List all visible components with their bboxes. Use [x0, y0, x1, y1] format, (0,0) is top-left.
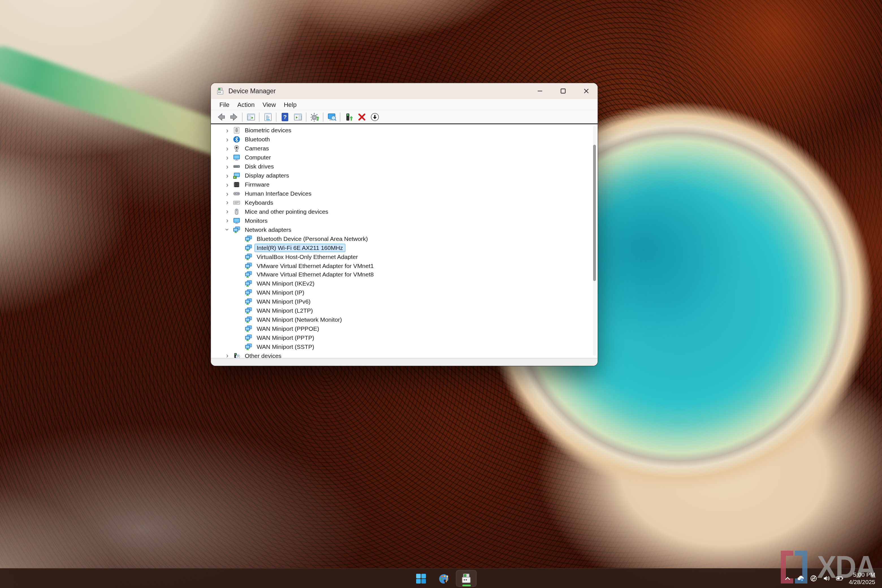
toolbar-separator	[259, 112, 260, 121]
menu-help[interactable]: Help	[280, 99, 300, 110]
tree-item-vmware-vmnet1[interactable]: VMware Virtual Ethernet Adapter for VMne…	[211, 261, 598, 270]
toolbar-separator	[340, 112, 340, 121]
volume-icon[interactable]	[823, 574, 831, 582]
hid-icon	[233, 190, 240, 197]
maximize-button[interactable]	[551, 83, 574, 99]
network-adapter-icon	[245, 253, 252, 260]
clock-date: 4/28/2025	[849, 578, 875, 585]
unknown-device-icon	[233, 352, 240, 358]
firmware-chip-icon	[233, 181, 240, 188]
menu-action[interactable]: Action	[233, 99, 258, 110]
tree-item-bluetooth-pan[interactable]: Bluetooth Device (Personal Area Network)	[211, 234, 598, 243]
tree-item-wan-l2tp[interactable]: WAN Miniport (L2TP)	[211, 306, 598, 315]
tree-item-wan-network-monitor[interactable]: WAN Miniport (Network Monitor)	[211, 315, 598, 324]
tree-item-intel-wifi-6e-ax211[interactable]: Intel(R) Wi-Fi 6E AX211 160MHz	[211, 243, 598, 252]
chevron-right-icon[interactable]	[224, 208, 231, 215]
help-button[interactable]	[278, 111, 291, 122]
device-manager-icon	[216, 87, 225, 95]
properties-button[interactable]	[261, 111, 274, 122]
network-adapter-icon	[245, 343, 252, 351]
minimize-button[interactable]	[528, 83, 551, 99]
display-adapter-icon	[233, 172, 240, 179]
battery-icon[interactable]	[836, 574, 844, 582]
network-offline-icon[interactable]	[810, 574, 818, 582]
bluetooth-icon	[233, 136, 240, 143]
disk-drive-icon	[233, 163, 240, 170]
network-adapter-icon	[245, 244, 252, 251]
uninstall-device-button[interactable]	[355, 111, 368, 122]
taskbar: 5:00 PM 4/28/2025	[0, 568, 882, 588]
tree-item-wan-pppoe[interactable]: WAN Miniport (PPPOE)	[211, 324, 598, 333]
tree-item-wan-ip[interactable]: WAN Miniport (IP)	[211, 288, 598, 297]
tree-item-wan-sstp[interactable]: WAN Miniport (SSTP)	[211, 342, 598, 351]
tree-item-virtualbox-adapter[interactable]: VirtualBox Host-Only Ethernet Adapter	[211, 252, 598, 261]
device-manager-window: Device Manager File Action View Help	[211, 83, 598, 366]
chevron-right-icon[interactable]	[224, 145, 231, 152]
tree-item-bluetooth[interactable]: Bluetooth	[211, 135, 598, 144]
toolbar-separator	[323, 112, 323, 121]
show-console-tree-button[interactable]	[244, 111, 257, 122]
tree-item-firmware[interactable]: Firmware	[211, 180, 598, 189]
chevron-right-icon[interactable]	[224, 136, 231, 143]
tree-item-vmware-vmnet8[interactable]: VMware Virtual Ethernet Adapter for VMne…	[211, 270, 598, 279]
network-adapter-icon	[245, 262, 252, 269]
tree-item-monitors[interactable]: Monitors	[211, 216, 598, 225]
update-driver-software-button[interactable]	[342, 111, 355, 122]
mouse-icon	[233, 208, 240, 215]
keyboard-icon	[233, 199, 240, 206]
onedrive-icon[interactable]	[797, 574, 805, 582]
disable-device-button[interactable]	[368, 111, 381, 122]
paint-palette-icon	[438, 573, 450, 584]
taskbar-app-device-manager[interactable]	[456, 570, 477, 587]
close-button[interactable]	[574, 83, 598, 99]
tree-item-keyboards[interactable]: Keyboards	[211, 198, 598, 207]
window-footer	[211, 358, 598, 366]
back-button[interactable]	[214, 111, 227, 122]
taskbar-app-paint[interactable]	[433, 570, 454, 587]
tree-item-wan-pptp[interactable]: WAN Miniport (PPTP)	[211, 333, 598, 342]
network-adapter-icon	[245, 235, 252, 242]
network-adapter-icon	[245, 307, 252, 314]
scrollbar-thumb[interactable]	[593, 145, 596, 281]
chevron-right-icon[interactable]	[224, 190, 231, 197]
chevron-right-icon[interactable]	[224, 199, 231, 206]
tree-item-display-adapters[interactable]: Display adapters	[211, 171, 598, 180]
chevron-right-icon[interactable]	[224, 181, 231, 188]
update-driver-button[interactable]	[308, 111, 321, 122]
toolbar	[211, 110, 598, 124]
chevron-right-icon[interactable]	[224, 163, 231, 170]
clock[interactable]: 5:00 PM 4/28/2025	[849, 572, 875, 585]
tree-item-biometric-devices[interactable]: Biometric devices	[211, 126, 598, 135]
windows-logo-icon	[415, 573, 427, 584]
tree-item-hid[interactable]: Human Interface Devices	[211, 189, 598, 198]
network-adapter-icon	[245, 316, 252, 323]
chevron-right-icon[interactable]	[224, 172, 231, 179]
system-tray: 5:00 PM 4/28/2025	[784, 569, 882, 588]
tree-item-wan-ikev2[interactable]: WAN Miniport (IKEv2)	[211, 279, 598, 288]
menu-file[interactable]: File	[215, 99, 233, 110]
menu-view[interactable]: View	[259, 99, 280, 110]
desktop: Device Manager File Action View Help	[0, 0, 882, 588]
forward-button[interactable]	[227, 111, 240, 122]
chevron-right-icon[interactable]	[224, 352, 231, 358]
tree-item-other-devices[interactable]: Other devices	[211, 351, 598, 358]
start-button[interactable]	[411, 570, 431, 587]
chevron-right-icon[interactable]	[224, 127, 231, 134]
chevron-right-icon[interactable]	[224, 218, 231, 224]
tree-item-network-adapters[interactable]: Network adapters	[211, 225, 598, 234]
network-adapter-icon	[245, 325, 252, 333]
chevron-right-icon[interactable]	[224, 154, 231, 161]
tree-item-wan-ipv6[interactable]: WAN Miniport (IPv6)	[211, 297, 598, 306]
hidden-icons-chevron[interactable]	[784, 574, 792, 582]
tree-item-disk-drives[interactable]: Disk drives	[211, 162, 598, 171]
tree-item-cameras[interactable]: Cameras	[211, 144, 598, 153]
window-title: Device Manager	[228, 88, 528, 94]
chevron-down-icon[interactable]	[224, 226, 231, 234]
titlebar[interactable]: Device Manager	[211, 83, 598, 99]
action-pane-button[interactable]	[291, 111, 304, 122]
tree-item-mice[interactable]: Mice and other pointing devices	[211, 207, 598, 216]
clock-time: 5:00 PM	[849, 572, 875, 578]
tree-item-computer[interactable]: Computer	[211, 153, 598, 162]
scan-hardware-button[interactable]	[325, 111, 338, 122]
vertical-scrollbar[interactable]	[593, 126, 596, 356]
